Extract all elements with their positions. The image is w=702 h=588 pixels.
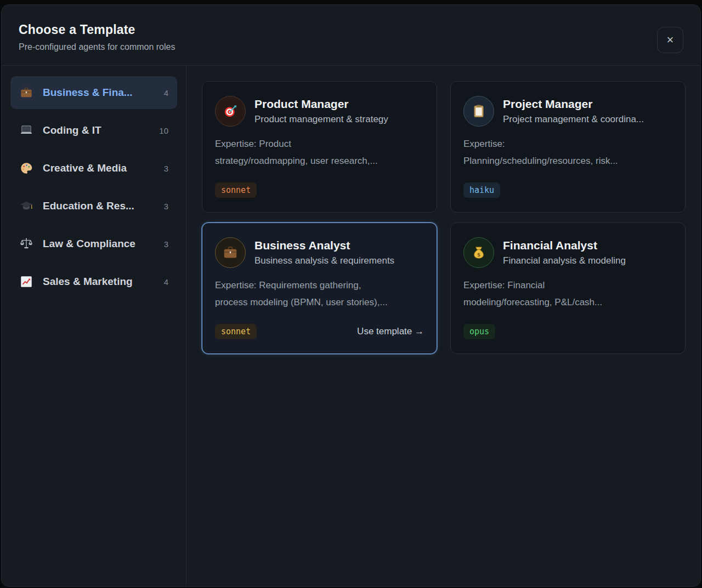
briefcase-icon [215,237,246,268]
template-card-product-manager[interactable]: Product Manager Product management & str… [202,81,437,213]
template-title: Business Analyst [254,239,424,252]
modal-title: Choose a Template [19,22,683,37]
sidebar-item-count: 3 [164,164,168,173]
template-expertise: Expertise: Financial modeling/forecastin… [463,277,672,311]
model-badge: haiku [463,182,500,198]
sidebar-item-label: Law & Compliance [43,238,155,250]
briefcase-icon [19,85,33,100]
template-expertise: Expertise: Planning/scheduling/resources… [463,135,672,170]
model-badge: sonnet [215,182,257,198]
sidebar-item-label: Education & Res... [43,200,155,212]
sidebar-item-label: Sales & Marketing [43,276,155,288]
sidebar-item-label: Business & Fina... [43,87,155,99]
scales-icon [19,237,33,251]
sidebar-item-count: 3 [164,202,168,211]
sidebar-item-law-compliance[interactable]: Law & Compliance 3 [10,227,177,260]
sidebar-item-label: Coding & IT [43,124,150,136]
template-subtitle: Business analysis & requirements [254,255,424,266]
clipboard-icon [463,96,494,127]
sidebar-item-count: 4 [164,88,168,98]
svg-text:$: $ [477,252,481,258]
template-card-financial-analyst[interactable]: $ Financial Analyst Financial analysis &… [450,222,686,354]
chart-up-icon [19,275,33,289]
template-card-project-manager[interactable]: Project Manager Project management & coo… [450,81,686,213]
template-subtitle: Project management & coordina... [503,114,672,125]
target-icon [215,96,246,127]
sidebar-item-label: Creative & Media [43,162,155,174]
palette-icon [19,161,33,175]
template-expertise: Expertise: Requirements gathering, proce… [215,277,424,311]
template-expertise: Expertise: Product strategy/roadmapping,… [215,135,424,170]
model-badge: opus [463,324,495,339]
template-grid: Product Manager Product management & str… [186,66,700,586]
laptop-icon [19,123,33,138]
sidebar-item-count: 3 [164,239,168,249]
sidebar-item-education-research[interactable]: Education & Res... 3 [10,190,177,222]
template-card-business-analyst[interactable]: Business Analyst Business analysis & req… [202,222,437,354]
template-subtitle: Financial analysis & modeling [503,255,672,266]
sidebar-item-creative-media[interactable]: Creative & Media 3 [10,152,177,185]
sidebar-item-business-finance[interactable]: Business & Fina... 4 [10,76,177,109]
close-icon: × [667,34,674,46]
model-badge: sonnet [215,324,257,339]
template-title: Project Manager [503,98,672,111]
choose-template-modal: Choose a Template Pre-configured agents … [1,4,701,587]
sidebar-item-coding-it[interactable]: Coding & IT 10 [10,114,177,147]
sidebar-item-count: 10 [159,126,168,135]
close-button[interactable]: × [657,27,683,53]
sidebar-item-count: 4 [164,277,168,287]
graduation-cap-icon [19,199,33,213]
template-subtitle: Product management & strategy [254,114,424,125]
sidebar-item-sales-marketing[interactable]: Sales & Marketing 4 [10,265,177,298]
template-title: Product Manager [254,98,424,111]
modal-subtitle: Pre-configured agents for common roles [19,42,683,52]
category-sidebar: Business & Fina... 4 Coding & IT 10 Crea… [2,66,186,586]
money-bag-icon: $ [463,237,494,268]
template-title: Financial Analyst [503,239,672,252]
use-template-link[interactable]: Use template → [357,326,424,337]
modal-header: Choose a Template Pre-configured agents … [2,5,700,66]
modal-body: Business & Fina... 4 Coding & IT 10 Crea… [2,66,700,586]
